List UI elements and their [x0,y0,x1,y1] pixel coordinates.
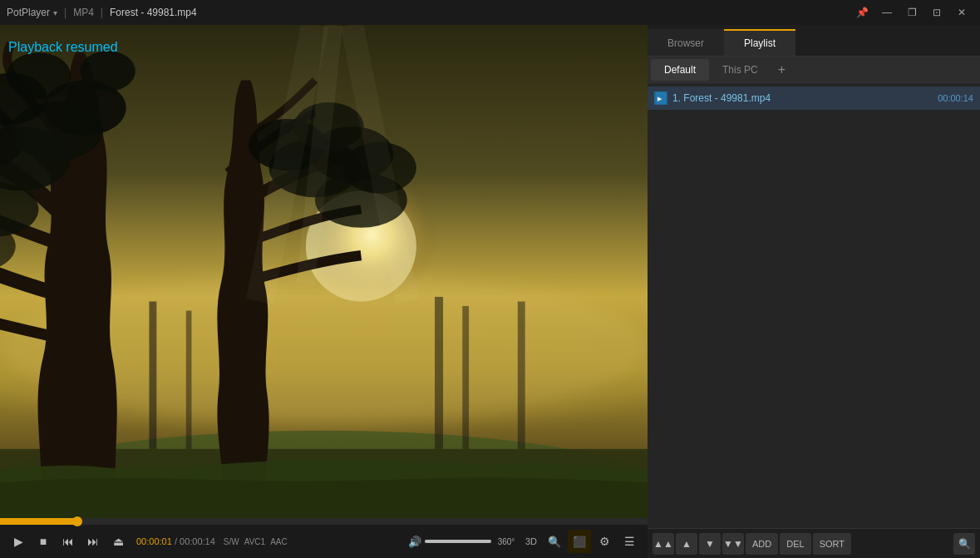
playlist-search-button[interactable]: 🔍 [953,533,975,555]
volume-icon: 🔊 [408,536,421,548]
playlist-toggle-button[interactable]: ☰ [618,530,641,553]
playlist-item-icon: ▶ [654,91,667,105]
progress-bar[interactable] [0,518,648,525]
restore-button[interactable]: ❐ [900,3,923,22]
tab-browser[interactable]: Browser [648,29,724,56]
zoom-button[interactable]: 🔍 [543,530,566,553]
playlist-bottom-controls: ▲▲ ▲ ▼ ▼▼ ADD DEL SORT 🔍 [648,528,980,558]
codec-audio: AAC [270,537,288,546]
video-area[interactable]: Playback resumed [0,25,648,518]
svg-point-15 [80,51,135,91]
forest-scene [0,25,648,518]
minimize-button[interactable]: — [875,3,899,22]
sort-button[interactable]: SORT [813,533,851,555]
tab-playlist[interactable]: Playlist [724,29,795,56]
video-thumbnail [0,25,648,518]
file-title: Forest - 49981.mp4 [110,7,197,18]
playlist-item-name: 1. Forest - 49981.mp4 [672,92,933,104]
app-dropdown-arrow[interactable]: ▾ [53,8,57,17]
volume-fill [425,540,491,543]
next-button[interactable]: ⏭ [81,530,105,553]
titlebar: PotPlayer ▾ | MP4 | Forest - 49981.mp4 📌… [0,0,980,25]
titlebar-left: PotPlayer ▾ | MP4 | Forest - 49981.mp4 [7,7,197,18]
prev-button[interactable]: ⏮ [57,530,80,553]
svg-rect-26 [186,311,192,449]
playlist-content: ▶ 1. Forest - 49981.mp4 00:00:14 [648,83,980,528]
sub-tabs: Default This PC + [648,57,980,83]
svg-rect-28 [462,306,469,449]
sub-tab-this-pc[interactable]: This PC [709,59,771,81]
app-title: PotPlayer ▾ [7,7,57,18]
sub-tab-default[interactable]: Default [651,59,709,81]
svg-rect-25 [149,302,156,449]
sub-tab-add[interactable]: + [771,62,792,77]
total-time: 00:00:14 [180,536,215,546]
move-up-button[interactable]: ▲ [676,533,697,555]
move-bottom-button[interactable]: ▼▼ [722,533,744,555]
codec-video: AVC1 [244,537,265,546]
svg-rect-29 [518,302,525,449]
volume-control: 🔊 [408,536,491,548]
360-button[interactable]: 360° [493,530,520,553]
main-area: Playback resumed ▶ ■ ⏮ ⏭ ⏏ 00:00:01 / 00… [0,25,980,558]
play-button[interactable]: ▶ [7,530,30,553]
player-panel: Playback resumed ▶ ■ ⏮ ⏭ ⏏ 00:00:01 / 00… [0,25,648,558]
move-down-button[interactable]: ▼ [699,533,721,555]
volume-slider[interactable] [425,540,491,543]
controls-bar: ▶ ■ ⏮ ⏭ ⏏ 00:00:01 / 00:00:14 S/W AVC1 A… [0,525,648,558]
del-button[interactable]: DEL [780,533,810,555]
close-button[interactable]: ✕ [950,3,973,22]
maximize-button[interactable]: ⊡ [925,3,948,22]
open-button[interactable]: ⏏ [106,530,130,553]
pin-button[interactable]: 📌 [850,3,874,22]
add-button[interactable]: ADD [746,533,778,555]
stop-button[interactable]: ■ [32,530,55,553]
codec-sw: S/W [224,537,239,546]
list-item[interactable]: ▶ 1. Forest - 49981.mp4 00:00:14 [648,86,980,110]
subtitle-button[interactable]: ⬛ [568,530,591,553]
app-name-label: PotPlayer [7,7,50,18]
svg-rect-27 [435,297,443,449]
video-file-icon: ▶ [655,92,667,104]
format-label: MP4 [73,7,94,18]
right-panel: Browser Playlist Default This PC + ▶ 1. … [648,25,980,558]
playback-status: Playback resumed [8,40,118,55]
progress-fill [0,518,77,525]
settings-button[interactable]: ⚙ [593,530,616,553]
progress-knob[interactable] [72,516,82,526]
3d-button[interactable]: 3D [521,530,541,553]
time-display: 00:00:01 / 00:00:14 [136,536,215,546]
panel-tabs: Browser Playlist [648,25,980,57]
current-time: 00:00:01 [136,536,172,546]
titlebar-controls: 📌 — ❐ ⊡ ✕ [850,3,973,22]
playlist-item-duration: 00:00:14 [938,93,973,103]
move-top-button[interactable]: ▲▲ [653,533,674,555]
svg-point-12 [7,52,71,98]
